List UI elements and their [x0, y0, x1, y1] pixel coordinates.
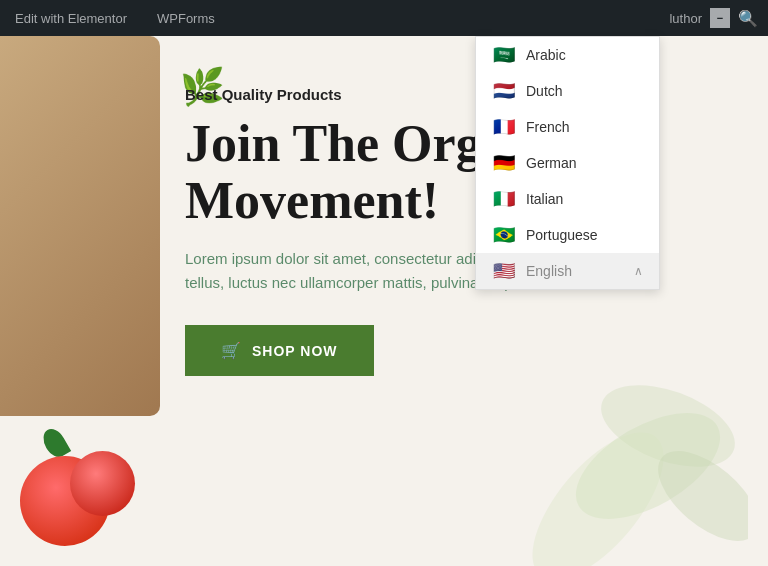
author-name: luthor — [669, 11, 702, 26]
tomato-circle-small — [70, 451, 135, 516]
language-english-current[interactable]: 🇺🇸 English ∧ — [476, 253, 659, 289]
french-flag: 🇫🇷 — [492, 119, 516, 135]
language-arabic[interactable]: 🇸🇦 Arabic — [476, 37, 659, 73]
arabic-flag: 🇸🇦 — [492, 47, 516, 63]
tomato-image — [0, 406, 130, 566]
language-dutch[interactable]: 🇳🇱 Dutch — [476, 73, 659, 109]
english-label: English — [526, 263, 572, 279]
german-flag: 🇩🇪 — [492, 155, 516, 171]
english-flag: 🇺🇸 — [492, 263, 516, 279]
arabic-label: Arabic — [526, 47, 566, 63]
admin-bar: Edit with Elementor WPForms luthor − 🔍 — [0, 0, 768, 36]
portuguese-flag: 🇧🇷 — [492, 227, 516, 243]
dutch-flag: 🇳🇱 — [492, 83, 516, 99]
edit-elementor-link[interactable]: Edit with Elementor — [10, 11, 132, 26]
italian-flag: 🇮🇹 — [492, 191, 516, 207]
language-french[interactable]: 🇫🇷 French — [476, 109, 659, 145]
german-label: German — [526, 155, 577, 171]
wpforms-link[interactable]: WPForms — [152, 11, 220, 26]
language-dropdown: 🇸🇦 Arabic 🇳🇱 Dutch 🇫🇷 French 🇩🇪 German 🇮… — [475, 36, 660, 290]
language-portuguese[interactable]: 🇧🇷 Portuguese — [476, 217, 659, 253]
search-icon[interactable]: 🔍 — [738, 9, 758, 28]
italian-label: Italian — [526, 191, 563, 207]
shop-now-label: SHOP NOW — [252, 343, 338, 359]
headline-line2: Movement! — [185, 172, 439, 229]
french-label: French — [526, 119, 570, 135]
product-bag-image — [0, 36, 160, 416]
author-icon[interactable]: − — [710, 8, 730, 28]
shop-now-button[interactable]: 🛒 SHOP NOW — [185, 325, 374, 376]
cart-icon: 🛒 — [221, 341, 242, 360]
admin-bar-right: luthor − 🔍 — [669, 8, 758, 28]
portuguese-label: Portuguese — [526, 227, 598, 243]
language-italian[interactable]: 🇮🇹 Italian — [476, 181, 659, 217]
dutch-label: Dutch — [526, 83, 563, 99]
language-german[interactable]: 🇩🇪 German — [476, 145, 659, 181]
chevron-up-icon: ∧ — [634, 264, 643, 278]
